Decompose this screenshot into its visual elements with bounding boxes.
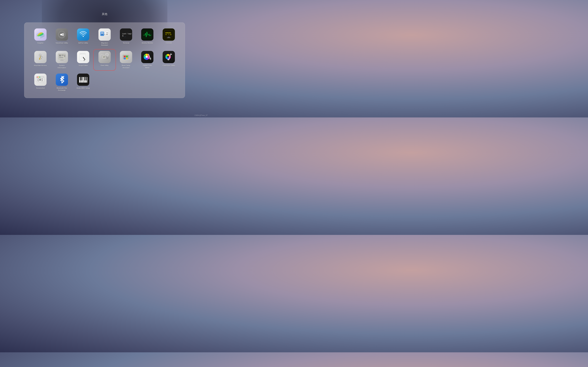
console-icon: WARNING AY 7:36 xyxy=(163,28,175,41)
colorimeter-label: Digital Color Meter xyxy=(140,64,154,69)
svg-point-12 xyxy=(83,36,84,37)
svg-rect-54 xyxy=(61,55,64,56)
page-title: 其他 xyxy=(102,12,107,16)
app-voiceover[interactable]: VoiceOver Utility xyxy=(51,27,73,48)
keychain-label: Keychain Access xyxy=(34,64,47,67)
console-label: Console xyxy=(166,42,172,44)
midi-icon xyxy=(77,74,89,86)
svg-point-96 xyxy=(39,77,40,77)
bootcamp-label: Boot Camp Assistant xyxy=(119,64,133,69)
app-grapher[interactable]: Grapher xyxy=(30,27,51,48)
app-terminal[interactable]: Last login $ _ Terminal xyxy=(115,27,137,48)
app-sysinfo[interactable]: System Information xyxy=(51,50,73,70)
svg-point-86 xyxy=(146,56,148,58)
grapher-label: Grapher xyxy=(37,42,43,44)
sysinfo-label: System Information xyxy=(55,64,69,69)
svg-rect-83 xyxy=(124,58,126,59)
svg-rect-42 xyxy=(167,37,171,38)
activity-label: Activity Monitor xyxy=(142,42,153,44)
airport-icon xyxy=(77,28,89,41)
disk-icon xyxy=(98,51,111,63)
airport-label: AirPort Utility xyxy=(78,42,88,44)
svg-rect-41 xyxy=(168,37,170,37)
screenshot-label: Screenshot xyxy=(36,87,45,89)
svg-point-50 xyxy=(41,58,42,59)
bootcamp-icon xyxy=(120,51,132,63)
keychain-icon xyxy=(34,51,47,63)
app-migration[interactable]: Migration Assistant xyxy=(94,27,115,48)
app-colorimeter[interactable]: Digital Color Meter xyxy=(137,50,158,70)
svg-point-19 xyxy=(103,33,103,33)
svg-point-18 xyxy=(102,33,102,33)
migration-label: Migration Assistant xyxy=(98,42,112,46)
sysinfo-icon xyxy=(56,51,68,63)
app-screenshot[interactable]: Screenshot xyxy=(30,72,51,93)
svg-rect-82 xyxy=(126,56,128,57)
svg-point-44 xyxy=(40,54,41,56)
svg-rect-60 xyxy=(60,60,64,60)
svg-rect-53 xyxy=(59,55,61,56)
script-icon xyxy=(77,51,89,63)
svg-text:AY 7:36: AY 7:36 xyxy=(165,34,172,35)
svg-rect-114 xyxy=(80,77,81,80)
svg-point-95 xyxy=(38,77,39,77)
svg-rect-63 xyxy=(80,54,86,55)
app-bootcamp[interactable]: Boot Camp Assistant xyxy=(115,50,137,70)
activity-icon xyxy=(141,28,153,41)
svg-point-106 xyxy=(40,79,40,80)
midi-label: Audio MIDI Setup xyxy=(77,87,90,89)
migration-icon xyxy=(98,28,111,41)
disk-label: Disk Utility xyxy=(101,64,108,67)
svg-rect-81 xyxy=(124,56,126,57)
svg-point-94 xyxy=(37,77,38,77)
app-bluetooth[interactable]: Bluetooth File Exchange xyxy=(51,72,73,93)
svg-rect-100 xyxy=(42,79,43,80)
svg-rect-115 xyxy=(81,77,82,80)
svg-rect-57 xyxy=(64,56,65,56)
colorsync-label: ColorSync Utility xyxy=(163,64,175,67)
screenshot-icon xyxy=(34,74,47,86)
terminal-icon: Last login $ _ xyxy=(120,28,132,41)
app-airport[interactable]: AirPort Utility xyxy=(72,27,94,48)
colorimeter-icon xyxy=(141,51,153,63)
script-label: Script Editor xyxy=(78,64,88,67)
app-activity[interactable]: Activity Monitor xyxy=(137,27,158,48)
svg-point-78 xyxy=(107,57,108,58)
svg-line-51 xyxy=(41,56,43,57)
svg-rect-104 xyxy=(42,80,43,81)
svg-rect-98 xyxy=(38,79,38,80)
svg-rect-15 xyxy=(100,33,104,34)
svg-point-77 xyxy=(105,53,108,56)
svg-rect-117 xyxy=(86,77,87,80)
svg-point-27 xyxy=(107,33,108,33)
watermark: CSDN @Three_ST xyxy=(194,115,208,116)
svg-rect-58 xyxy=(64,57,65,57)
svg-rect-116 xyxy=(84,77,85,80)
svg-point-89 xyxy=(167,56,169,58)
voiceover-label: VoiceOver Utility xyxy=(56,42,68,44)
svg-rect-59 xyxy=(61,59,63,60)
svg-rect-48 xyxy=(39,59,40,59)
svg-rect-10 xyxy=(60,34,61,35)
colorsync-icon xyxy=(163,51,175,63)
svg-rect-47 xyxy=(39,58,40,58)
svg-text:Last login: Last login xyxy=(122,33,131,35)
app-colorsync[interactable]: ColorSync Utility xyxy=(158,50,180,70)
terminal-label: Terminal xyxy=(123,42,129,44)
launchpad-panel: Grapher VoiceOver Utility xyxy=(24,23,185,98)
svg-rect-56 xyxy=(64,55,65,55)
grapher-icon xyxy=(34,28,47,41)
voiceover-icon xyxy=(56,28,68,41)
bluetooth-icon xyxy=(56,74,68,86)
svg-point-26 xyxy=(106,33,107,33)
app-console[interactable]: WARNING AY 7:36 Console xyxy=(158,27,180,48)
app-keychain[interactable]: Keychain Access xyxy=(30,50,51,70)
svg-text:WARNING: WARNING xyxy=(165,32,171,34)
app-disk[interactable]: Disk Utility xyxy=(94,50,115,70)
svg-text:$ _: $ _ xyxy=(122,35,126,37)
app-midi[interactable]: Audio MIDI Setup xyxy=(72,72,94,93)
apps-grid: Grapher VoiceOver Utility xyxy=(30,27,180,93)
svg-rect-102 xyxy=(38,80,38,81)
app-script[interactable]: Script Editor xyxy=(72,50,94,70)
svg-rect-55 xyxy=(59,57,63,58)
